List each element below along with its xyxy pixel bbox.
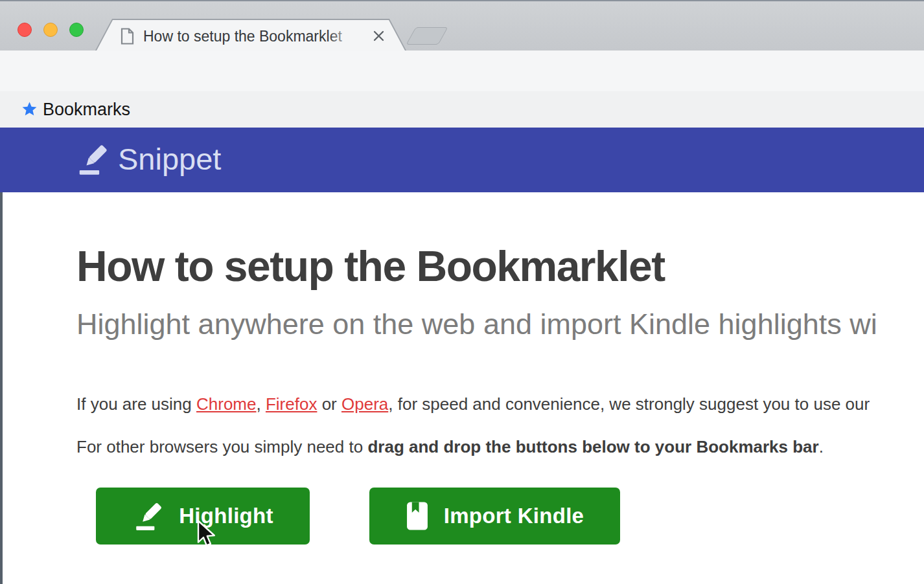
page-subtitle: Highlight anywhere on the web and import… — [76, 308, 877, 341]
import-kindle-button-label: Import Kindle — [444, 504, 584, 528]
intro-paragraph: If you are using Chrome, Firefox or Oper… — [76, 394, 870, 414]
window-minimize-button[interactable] — [43, 23, 58, 37]
import-kindle-button[interactable]: Import Kindle — [369, 488, 620, 545]
star-icon[interactable] — [21, 101, 38, 117]
window-close-button[interactable] — [17, 23, 32, 37]
cursor-arrow-icon — [194, 519, 218, 552]
book-bookmark-icon — [406, 501, 430, 531]
window-zoom-button[interactable] — [69, 23, 84, 37]
site-brand[interactable]: Snippet — [118, 128, 221, 191]
other-browsers-paragraph: For other browsers you simply need to dr… — [76, 437, 824, 457]
browser-window: How to setup the Bookmarklet — [0, 0, 924, 584]
site-header: Snippet — [0, 128, 924, 192]
navigation-toolbar: Secure https://gosnippet.com/blog/how-to… — [0, 51, 924, 93]
chrome-link[interactable]: Chrome — [196, 394, 256, 414]
intro-text: , — [256, 394, 265, 414]
tab-title: How to setup the Bookmarklet — [143, 27, 364, 46]
other-browsers-text: For other browsers you simply need to — [76, 437, 367, 456]
other-browsers-text: . — [819, 437, 824, 456]
highlighter-icon — [132, 500, 165, 532]
intro-text: If you are using — [76, 394, 196, 414]
highlighter-icon — [75, 142, 110, 177]
window-left-edge — [0, 192, 3, 584]
document-icon — [121, 28, 134, 45]
bookmarks-bar: Bookmarks — [0, 91, 924, 128]
bookmarks-bar-label[interactable]: Bookmarks — [43, 91, 130, 128]
intro-text: or — [317, 394, 341, 414]
page-content: How to setup the Bookmarklet Highlight a… — [0, 192, 924, 584]
opera-link[interactable]: Opera — [341, 394, 388, 414]
new-tab-button[interactable] — [406, 27, 448, 45]
highlight-button-label: Highlight — [179, 504, 273, 528]
tab-close-icon[interactable] — [373, 30, 385, 42]
browser-tab[interactable]: How to setup the Bookmarklet — [95, 19, 407, 52]
page-title: How to setup the Bookmarklet — [76, 241, 665, 291]
intro-text: , for speed and convenience, we strongly… — [388, 394, 870, 414]
other-browsers-bold-text: drag and drop the buttons below to your … — [367, 437, 818, 456]
window-titlebar: How to setup the Bookmarklet — [0, 0, 924, 51]
firefox-link[interactable]: Firefox — [266, 394, 317, 414]
